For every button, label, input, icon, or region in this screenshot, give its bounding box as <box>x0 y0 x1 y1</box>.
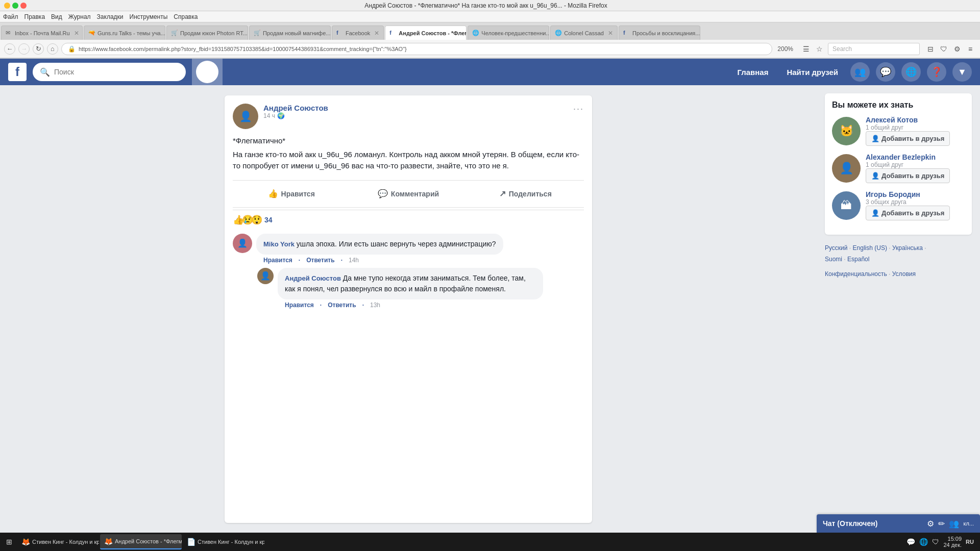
reaction-count[interactable]: 34 <box>264 216 273 224</box>
comment-bubble-miko: Miko York ушла эпоха. Или есть шанс верн… <box>256 234 503 255</box>
comment-time-miko: 14h <box>349 257 359 264</box>
chat-bar[interactable]: Чат (Отключен) ⚙ ✏ 👥 кл... <box>817 514 980 533</box>
tab-cassad[interactable]: 🌐 Colonel Cassad ✕ <box>550 26 618 40</box>
fb-profile-area[interactable] <box>192 59 223 85</box>
maximize-button[interactable] <box>12 3 18 9</box>
address-bar[interactable]: 🔒 https://www.facebook.com/permalink.php… <box>61 43 772 55</box>
tab-andrey-active[interactable]: f Андрей Союстов - *Флем... ✕ <box>385 26 467 40</box>
lang-english[interactable]: English (US) <box>853 244 887 252</box>
comment-author-miko[interactable]: Miko York <box>263 240 295 248</box>
tab-yukon[interactable]: 🛒 Продам юкон Photon RT... ✕ <box>166 26 248 40</box>
tab-facebook[interactable]: f Facebook ✕ <box>332 26 384 40</box>
bookmarks-icon[interactable]: ⊟ <box>925 43 936 55</box>
comment-avatar-reply[interactable]: 👤 <box>257 268 274 284</box>
post-author-avatar[interactable]: 👤 <box>233 104 258 129</box>
menu-file[interactable]: Файл <box>3 13 18 20</box>
fb-search-input[interactable] <box>54 68 166 76</box>
comment-reply-reply[interactable]: Ответить <box>328 302 356 309</box>
friend-avatar-igor[interactable]: 🏔 <box>832 191 861 220</box>
friend-suggestion-aleksey: 🐱 Алексей Котов 1 общий друг 👤 Добавить … <box>832 116 965 146</box>
lang-ukrainian[interactable]: Українська <box>892 244 923 252</box>
fb-search-box[interactable]: 🔍 <box>33 63 186 81</box>
comment-actions-reply: Нравится · Ответить · 13h <box>285 302 543 309</box>
friend-mutual-alexander: 1 общий друг <box>866 161 965 168</box>
share-button[interactable]: ↗ Поделиться <box>467 185 584 203</box>
back-button[interactable]: ← <box>4 43 15 55</box>
nav-help-icon[interactable]: ❓ <box>927 62 946 82</box>
add-friend-label-aleksey: Добавить в друзья <box>881 135 944 142</box>
friend-name-aleksey[interactable]: Алексей Котов <box>866 116 965 124</box>
reactions-row: 👍 😢 😲 34 <box>233 210 584 230</box>
comment-icon: 💬 <box>378 189 388 198</box>
lang-russian[interactable]: Русский <box>825 244 848 252</box>
comment-avatar-miko[interactable]: 👤 <box>233 234 252 253</box>
chat-settings-icon[interactable]: ⚙ <box>927 519 934 529</box>
comment-reply-miko[interactable]: Ответить <box>306 257 334 264</box>
add-friend-btn-alexander[interactable]: 👤 Добавить в друзья <box>866 168 950 183</box>
nav-dropdown-icon[interactable]: ▼ <box>952 62 972 82</box>
friend-avatar-alexander[interactable]: 👤 <box>832 154 861 183</box>
forward-button[interactable]: → <box>18 43 30 55</box>
friend-avatar-aleksey[interactable]: 🐱 <box>832 117 861 145</box>
footer-terms[interactable]: Условия <box>892 270 916 278</box>
tab-inbox[interactable]: ✉ Inbox - Почта Mail.Ru ✕ <box>1 26 83 40</box>
tab-guns[interactable]: 🔫 Guns.ru Talks - темы уча... ✕ <box>84 26 165 40</box>
chat-edit-icon[interactable]: ✏ <box>938 519 945 529</box>
os-titlebar-controls[interactable] <box>4 3 27 9</box>
nav-friends-icon[interactable]: 👥 <box>850 62 870 82</box>
bookmark-icon[interactable]: ☆ <box>814 43 825 55</box>
reader-icon[interactable]: ☰ <box>800 43 812 55</box>
menu-history[interactable]: Журнал <box>68 13 91 20</box>
footer-privacy[interactable]: Конфиденциальность <box>825 270 887 278</box>
fb-nav-spacer <box>192 59 725 85</box>
tab-magnifer[interactable]: 🛒 Продам новый магнифе... ✕ <box>249 26 331 40</box>
comment-like-reply[interactable]: Нравится <box>285 302 314 309</box>
lang-espanol[interactable]: Español <box>847 256 869 263</box>
fb-logo[interactable]: f <box>8 63 27 81</box>
menu-tools[interactable]: Инструменты <box>130 13 168 20</box>
friend-name-alexander[interactable]: Alexander Bezlepkin <box>866 153 965 161</box>
tab-close-inbox[interactable]: ✕ <box>74 30 79 37</box>
like-button[interactable]: 👍 Нравится <box>233 185 350 203</box>
comment-like-miko[interactable]: Нравится <box>263 257 292 264</box>
post-card: 👤 Андрей Союстов 14 ч 🌍 ··· *Флегматично… <box>225 95 592 523</box>
chat-collapse-icon[interactable]: кл... <box>963 520 974 527</box>
tab-prosba[interactable]: f Просьбы и восклицания... ✕ <box>619 26 700 40</box>
tab-close-facebook[interactable]: ✕ <box>374 30 379 37</box>
home-button[interactable]: ⌂ <box>47 43 58 55</box>
post-author-name[interactable]: Андрей Союстов <box>263 104 573 112</box>
post-options-menu[interactable]: ··· <box>573 104 584 114</box>
add-friend-btn-igor[interactable]: 👤 Добавить в друзья <box>866 206 950 220</box>
nav-home[interactable]: Главная <box>731 59 774 85</box>
reaction-wow: 😲 <box>251 214 262 226</box>
browser-search-box[interactable]: Search <box>828 43 920 55</box>
nav-messages-icon[interactable]: 💬 <box>876 62 895 82</box>
reload-button[interactable]: ↻ <box>33 43 44 55</box>
post-content-line2: На ганзе кто-то мой акк u_96u_96 ломанул… <box>233 149 584 172</box>
close-button[interactable] <box>20 3 27 9</box>
lang-suomi[interactable]: Suomi <box>825 256 842 263</box>
search-icon: 🔍 <box>40 67 50 77</box>
share-label: Поделиться <box>509 190 552 198</box>
extensions-icon[interactable]: ⚙ <box>951 43 963 55</box>
menu-edit[interactable]: Правка <box>24 13 45 20</box>
menu-view[interactable]: Вид <box>51 13 62 20</box>
tab-favicon-magnifer: 🛒 <box>254 30 261 37</box>
nav-notifications-icon[interactable]: 🌐 <box>901 62 921 82</box>
comments-section: 👤 Miko York ушла эпоха. Или есть шанс ве… <box>233 234 584 309</box>
right-sidebar: Вы можете их знать 🐱 Алексей Котов 1 общ… <box>817 85 980 533</box>
tab-chelovek[interactable]: 🌐 Человек-предшественни... ✕ <box>468 26 549 40</box>
menu-icon[interactable]: ≡ <box>965 43 976 55</box>
add-friend-btn-aleksey[interactable]: 👤 Добавить в друзья <box>866 131 950 146</box>
tab-close-cassad[interactable]: ✕ <box>608 30 613 37</box>
friend-name-igor[interactable]: Игорь Бородин <box>866 190 965 198</box>
shield-icon[interactable]: 🛡 <box>938 43 949 55</box>
menu-bookmarks[interactable]: Закладки <box>97 13 124 20</box>
comment-miko: 👤 Miko York ушла эпоха. Или есть шанс ве… <box>233 234 584 264</box>
menu-help[interactable]: Справка <box>174 13 198 20</box>
comment-author-reply[interactable]: Андрей Союстов <box>285 274 341 282</box>
minimize-button[interactable] <box>4 3 10 9</box>
comment-button[interactable]: 💬 Комментарий <box>350 185 467 203</box>
chat-people-icon[interactable]: 👥 <box>949 519 959 529</box>
nav-find-friends[interactable]: Найти друзей <box>780 59 844 85</box>
